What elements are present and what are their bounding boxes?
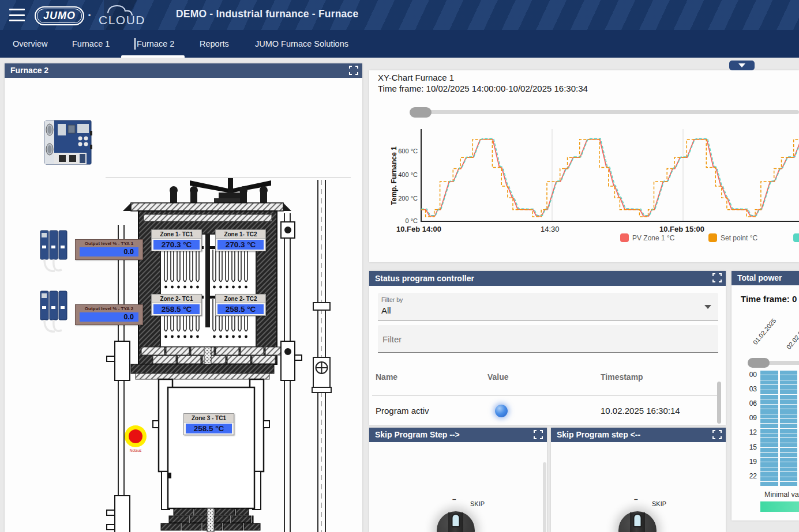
total-power-title: Total power (737, 273, 782, 282)
heatmap-cell[interactable] (780, 477, 798, 481)
heatmap-cell[interactable] (780, 405, 798, 409)
heatmap-cell[interactable] (780, 453, 798, 457)
heatmap-cell[interactable] (780, 419, 798, 423)
legend-item-set-point[interactable]: Set point °C (708, 233, 757, 242)
heatmap-cell[interactable] (760, 385, 778, 389)
heatmap-cell[interactable] (760, 433, 778, 437)
expand-icon[interactable] (349, 66, 358, 75)
heatmap-cell[interactable] (780, 380, 798, 384)
tab-reports[interactable]: Reports (200, 30, 229, 58)
panel-scrollbar[interactable] (543, 462, 546, 532)
heatmap-cell[interactable] (760, 482, 778, 486)
heatmap-cell[interactable] (780, 371, 798, 375)
knob-skip-label: SKIP (470, 500, 485, 507)
heatmap-cell[interactable] (780, 458, 798, 462)
heatmap-cell[interactable] (780, 472, 798, 476)
heatmap-cell[interactable] (760, 424, 778, 428)
heatmap-row (760, 414, 799, 418)
legend-label: PV Zone 1 °C (632, 234, 675, 242)
heatmap-cell[interactable] (780, 438, 798, 442)
skip-forward-knob[interactable] (437, 511, 475, 532)
heatmap-cell[interactable] (760, 414, 778, 418)
tab-furnace-1[interactable]: Furnace 1 (72, 30, 110, 58)
series-line (421, 138, 799, 215)
furnace-2-panel: Furnace 2 (5, 63, 362, 532)
heatmap-cell[interactable] (780, 409, 798, 413)
skip-back-body: – SKIP (551, 442, 726, 532)
heatmap-cell[interactable] (780, 482, 798, 486)
legend-item-pv-zone2[interactable] (793, 233, 799, 242)
heatmap-cell[interactable] (780, 467, 798, 471)
heatmap-row (760, 371, 799, 375)
heatmap-cell[interactable] (760, 409, 778, 413)
filter-input[interactable] (381, 334, 681, 345)
legend-swatch (793, 233, 799, 242)
heatmap-row (760, 482, 799, 486)
heatmap-cell[interactable] (780, 448, 798, 452)
heatmap-cell[interactable] (780, 395, 798, 399)
brand-logo: JUMO · CLOUD (35, 4, 151, 27)
time-slider-handle[interactable] (410, 107, 432, 118)
skip-forward-header: Skip Program Step --> (369, 428, 547, 442)
filter-by-select[interactable]: Filter by All (378, 293, 718, 320)
time-slider-track[interactable] (411, 110, 799, 114)
heatmap-row (760, 395, 799, 399)
heatmap-cell[interactable] (760, 472, 778, 476)
heatmap-cell[interactable] (780, 390, 798, 394)
page-title: DEMO - Industrial furnance - Furnace (176, 8, 358, 20)
heatmap-cell[interactable] (760, 443, 778, 447)
heatmap-cell[interactable] (760, 477, 778, 481)
heatmap-cell[interactable] (780, 443, 798, 447)
output-value: 0.0 (80, 247, 138, 256)
program-active-indicator (495, 405, 508, 417)
legend-item-pv-zone1[interactable]: PV Zone 1 °C (620, 233, 675, 242)
y-tick: 0 °C (405, 217, 418, 224)
heatmap-row (760, 424, 799, 428)
skip-back-knob[interactable] (618, 511, 657, 532)
heatmap-cell[interactable] (780, 375, 798, 379)
heatmap-cell[interactable] (760, 375, 778, 379)
heatmap-cell[interactable] (760, 405, 778, 409)
power-slider-handle[interactable] (748, 358, 770, 368)
expand-icon[interactable] (712, 430, 722, 439)
heatmap-cell[interactable] (780, 399, 798, 403)
heatmap-cell[interactable] (760, 467, 778, 471)
heatmap-cell[interactable] (760, 371, 778, 375)
heatmap-row (760, 375, 799, 379)
heatmap-cell[interactable] (760, 438, 778, 442)
filter-field[interactable] (378, 325, 718, 353)
heatmap-row (760, 419, 799, 423)
expand-icon[interactable] (712, 273, 722, 282)
collapse-chart-button[interactable] (729, 61, 755, 70)
heatmap-cell[interactable] (760, 395, 778, 399)
emergency-stop-button[interactable] (125, 425, 147, 447)
heatmap-cell[interactable] (760, 399, 778, 403)
heatmap-cell[interactable] (760, 448, 778, 452)
heatmap-cell[interactable] (760, 429, 778, 433)
furnace-panel-title: Furnace 2 (10, 66, 48, 75)
heatmap-cell[interactable] (760, 462, 778, 466)
furnace-panel-header: Furnace 2 (5, 63, 362, 78)
heatmap-cell[interactable] (780, 429, 798, 433)
hamburger-menu-icon[interactable] (9, 9, 25, 21)
expand-icon[interactable] (534, 430, 543, 439)
tab-jumo-furnace-solutions[interactable]: JUMO Furnace Solutions (255, 30, 348, 58)
heatmap-cell[interactable] (780, 462, 798, 466)
tab-overview[interactable]: Overview (13, 30, 47, 58)
heatmap-column-label: 01.02.2025 (752, 317, 778, 346)
heatmap-cell[interactable] (760, 380, 778, 384)
legend-swatch (708, 233, 717, 242)
heatmap-cell[interactable] (780, 433, 798, 437)
table-divider (372, 395, 718, 396)
heatmap-cell[interactable] (780, 414, 798, 418)
heatmap-cell[interactable] (780, 385, 798, 389)
table-scrollbar[interactable] (717, 382, 721, 424)
heatmap-row (760, 477, 799, 481)
heatmap-cell[interactable] (760, 458, 778, 462)
heatmap-cell[interactable] (780, 424, 798, 428)
tab-furnace-2[interactable]: Furnace 2 (137, 30, 174, 58)
heatmap-cell[interactable] (760, 390, 778, 394)
readout-value: 258.5 °C (217, 304, 264, 314)
heatmap-cell[interactable] (760, 453, 778, 457)
heatmap-cell[interactable] (760, 419, 778, 423)
